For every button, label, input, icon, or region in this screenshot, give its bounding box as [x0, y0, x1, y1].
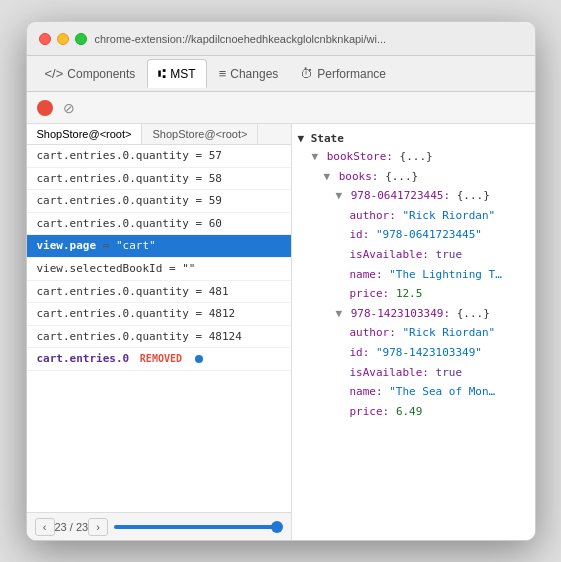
- log-text: cart.entries.0.quantity = 48124: [37, 330, 242, 343]
- tree-item: author: "Rick Riordan": [298, 323, 529, 343]
- tree-key: author:: [350, 209, 396, 222]
- tree-item: name: "The Sea of Mon…: [298, 382, 529, 402]
- log-item[interactable]: cart.entries.0.quantity = 59: [27, 190, 291, 213]
- tree-val: true: [436, 248, 463, 261]
- traffic-lights: [39, 33, 87, 45]
- tree-val: "Rick Riordan": [402, 326, 495, 339]
- tree-val: {...}: [385, 170, 418, 183]
- log-item[interactable]: cart.entries.0.quantity = 4812: [27, 303, 291, 326]
- main-window: chrome-extension://kapdilcnoehedhkeackgl…: [26, 21, 536, 541]
- tree-val: true: [436, 366, 463, 379]
- components-icon: </>: [45, 66, 64, 81]
- url-bar: chrome-extension://kapdilcnoehedhkeackgl…: [95, 33, 523, 45]
- store-tabs: ShopStore@<root> ShopStore@<root>: [27, 124, 291, 145]
- tree-val: 6.49: [396, 405, 423, 418]
- tree-val: 12.5: [396, 287, 423, 300]
- log-text: cart.entries.0.quantity = 60: [37, 217, 222, 230]
- log-text: cart.entries.0.quantity = 4812: [37, 307, 236, 320]
- tree-key: isAvailable:: [350, 366, 429, 379]
- tree-key: 978-1423103349:: [351, 307, 450, 320]
- log-item[interactable]: view.selectedBookId = "": [27, 258, 291, 281]
- tree-key: id:: [350, 228, 370, 241]
- titlebar: chrome-extension://kapdilcnoehedhkeackgl…: [27, 22, 535, 56]
- pagination-bar: ‹ 23 / 23 ›: [27, 512, 291, 540]
- tree-item[interactable]: ▼ books: {...}: [298, 167, 529, 187]
- action-eq: =: [96, 239, 116, 252]
- maximize-button[interactable]: [75, 33, 87, 45]
- tree-key: id:: [350, 346, 370, 359]
- tree-key: 978-0641723445:: [351, 189, 450, 202]
- tree-key: price:: [350, 287, 390, 300]
- pagination-label: 23 / 23: [55, 521, 89, 533]
- tree-item[interactable]: ▼ 978-1423103349: {...}: [298, 304, 529, 324]
- tree-item: price: 12.5: [298, 284, 529, 304]
- tab-performance[interactable]: ⏱ Performance: [290, 60, 396, 87]
- content-area: ShopStore@<root> ShopStore@<root> cart.e…: [27, 124, 535, 540]
- timeline-slider[interactable]: [114, 525, 276, 529]
- state-section: ▼ State ▼ bookStore: {...} ▼ books: {...…: [298, 130, 529, 421]
- tree-key: books:: [339, 170, 379, 183]
- tree-val: "978-1423103349": [376, 346, 482, 359]
- removed-dot: [195, 355, 203, 363]
- tab-mst-label: MST: [170, 67, 195, 81]
- slider-thumb: [271, 521, 283, 533]
- right-panel: ▼ State ▼ bookStore: {...} ▼ books: {...…: [292, 124, 535, 540]
- tree-val: "The Lightning T…: [389, 268, 502, 281]
- toggle-icon: ▼: [324, 170, 337, 183]
- tree-item: name: "The Lightning T…: [298, 265, 529, 285]
- log-item-removed[interactable]: cart.entries.0 REMOVED: [27, 348, 291, 371]
- tree-item[interactable]: ▼ 978-0641723445: {...}: [298, 186, 529, 206]
- minimize-button[interactable]: [57, 33, 69, 45]
- tree-key: name:: [350, 268, 383, 281]
- tree-key: isAvailable:: [350, 248, 429, 261]
- pause-button[interactable]: ⊘: [61, 100, 77, 116]
- tree-key: author:: [350, 326, 396, 339]
- tree-key: bookStore:: [327, 150, 393, 163]
- tab-performance-label: Performance: [317, 67, 386, 81]
- tree-item: isAvailable: true: [298, 363, 529, 383]
- close-button[interactable]: [39, 33, 51, 45]
- record-button[interactable]: [37, 100, 53, 116]
- tree-val: {...}: [457, 189, 490, 202]
- left-panel: ShopStore@<root> ShopStore@<root> cart.e…: [27, 124, 292, 540]
- next-button[interactable]: ›: [88, 518, 108, 536]
- log-item[interactable]: cart.entries.0.quantity = 48124: [27, 326, 291, 349]
- log-text: cart.entries.0.quantity = 59: [37, 194, 222, 207]
- log-item-selected[interactable]: view.page = "cart": [27, 235, 291, 258]
- changes-icon: ≡: [219, 66, 227, 81]
- log-item[interactable]: cart.entries.0.quantity = 60: [27, 213, 291, 236]
- log-text: cart.entries.0.quantity = 57: [37, 149, 222, 162]
- store-tab-2[interactable]: ShopStore@<root>: [142, 124, 258, 144]
- tree-key: name:: [350, 385, 383, 398]
- tree-item: author: "Rick Riordan": [298, 206, 529, 226]
- tree-item: id: "978-0641723445": [298, 225, 529, 245]
- tree-key: price:: [350, 405, 390, 418]
- toggle-icon: ▼: [336, 189, 349, 202]
- tree-val: {...}: [457, 307, 490, 320]
- prev-button[interactable]: ‹: [35, 518, 55, 536]
- tab-components[interactable]: </> Components: [35, 60, 146, 87]
- action-value: "cart": [116, 239, 156, 252]
- tree-item: id: "978-1423103349": [298, 343, 529, 363]
- log-item[interactable]: cart.entries.0.quantity = 481: [27, 281, 291, 304]
- mst-icon: ⑆: [158, 66, 166, 81]
- log-item[interactable]: cart.entries.0.quantity = 57: [27, 145, 291, 168]
- tree-val: "Rick Riordan": [402, 209, 495, 222]
- removed-action-name: cart.entries.0: [37, 352, 130, 365]
- toolbar: ⊘: [27, 92, 535, 124]
- log-text: cart.entries.0.quantity = 58: [37, 172, 222, 185]
- tab-changes[interactable]: ≡ Changes: [209, 60, 289, 87]
- toggle-icon: ▼: [312, 150, 325, 163]
- state-title: ▼ State: [298, 130, 529, 147]
- tab-mst[interactable]: ⑆ MST: [147, 59, 206, 88]
- performance-icon: ⏱: [300, 66, 313, 81]
- removed-label: REMOVED: [140, 353, 182, 364]
- tree-val: "The Sea of Mon…: [389, 385, 495, 398]
- tab-components-label: Components: [67, 67, 135, 81]
- store-tab-1[interactable]: ShopStore@<root>: [27, 124, 143, 144]
- slider-fill: [114, 525, 276, 529]
- tree-val: {...}: [400, 150, 433, 163]
- tree-item: price: 6.49: [298, 402, 529, 422]
- tree-item[interactable]: ▼ bookStore: {...}: [298, 147, 529, 167]
- log-item[interactable]: cart.entries.0.quantity = 58: [27, 168, 291, 191]
